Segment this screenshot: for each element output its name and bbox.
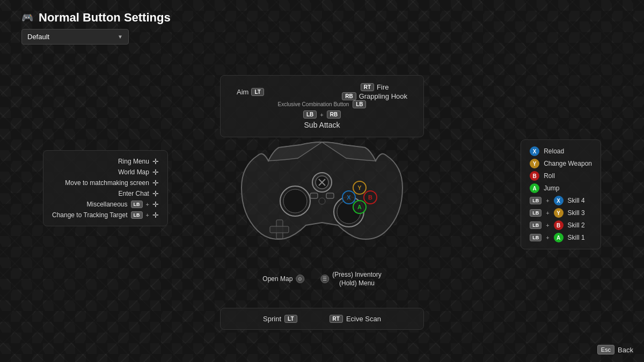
matchmaking-item: Move to matchmaking screen ✛ bbox=[52, 179, 159, 187]
lb-badge: LB bbox=[131, 201, 143, 208]
b-button-icon: B bbox=[530, 171, 539, 181]
miscellaneous-item: Miscellaneous LB + ✛ bbox=[52, 200, 159, 209]
ecive-btn-badge: RT bbox=[330, 315, 343, 323]
jump-item: A Jump bbox=[530, 183, 592, 193]
lb-badge: LB bbox=[530, 221, 541, 229]
x-button-icon: X bbox=[530, 146, 539, 156]
lb-badge: LB bbox=[131, 211, 143, 219]
aim-binding: Aim LT bbox=[237, 88, 264, 96]
sub-attack-lb-badge: LB bbox=[303, 110, 317, 119]
skill2-item: LB + B Skill 2 bbox=[530, 220, 592, 230]
world-map-item: World Map ✛ bbox=[52, 168, 159, 176]
preset-dropdown[interactable]: Default ▼ bbox=[21, 29, 129, 45]
tracking-target-item: Change to Tracking Target LB + ✛ bbox=[52, 211, 159, 219]
right-controls-panel: X Reload Y Change Weapon B Roll A Jump L… bbox=[521, 139, 601, 249]
reload-item: X Reload bbox=[530, 146, 592, 156]
b-button-icon: B bbox=[554, 220, 564, 230]
header: 🎮 Normal Button Settings Default ▼ bbox=[21, 11, 171, 45]
y-button-icon: Y bbox=[554, 208, 564, 218]
a-button-icon: A bbox=[554, 233, 564, 242]
dpad-icon: ✛ bbox=[152, 189, 159, 198]
x-button-icon: X bbox=[554, 196, 564, 205]
dpad-icon: ✛ bbox=[152, 200, 159, 209]
settings-icon: 🎮 bbox=[21, 12, 33, 24]
lb-badge: LB bbox=[530, 197, 541, 204]
roll-item: B Roll bbox=[530, 171, 592, 181]
dpad-icon: ✛ bbox=[152, 168, 159, 176]
svg-text:A: A bbox=[357, 204, 362, 210]
lb-badge: LB bbox=[530, 209, 541, 217]
ecive-scan-item: RT Ecive Scan bbox=[330, 315, 381, 323]
skill1-item: LB + A Skill 1 bbox=[530, 233, 592, 242]
center-bottom-controls: Open Map ⊙ ☰ (Press) Inventory (Hold) Me… bbox=[262, 271, 381, 287]
svg-point-20 bbox=[319, 198, 325, 204]
exclusive-combo-label: Exclusive Combination Button LB bbox=[237, 100, 407, 108]
page-title: 🎮 Normal Button Settings bbox=[21, 11, 171, 25]
aim-btn-badge: LT bbox=[251, 88, 264, 96]
lb-badge: LB bbox=[530, 234, 541, 241]
svg-rect-18 bbox=[310, 193, 318, 198]
esc-badge: Esc bbox=[597, 345, 614, 354]
svg-point-1 bbox=[283, 189, 307, 213]
controller-diagram: Y X B A bbox=[236, 118, 408, 257]
sub-attack-rb-badge: RB bbox=[327, 110, 341, 119]
dpad-icon: ✛ bbox=[152, 211, 159, 219]
change-weapon-item: Y Change Weapon bbox=[530, 159, 592, 168]
svg-text:B: B bbox=[368, 194, 372, 201]
bottom-controls-panel: Sprint LT RT Ecive Scan bbox=[220, 308, 424, 330]
sprint-btn-badge: LT bbox=[284, 315, 297, 323]
svg-text:Y: Y bbox=[357, 184, 362, 191]
open-map-item: Open Map ⊙ bbox=[262, 275, 304, 283]
left-controls-panel: Ring Menu ✛ World Map ✛ Move to matchmak… bbox=[43, 150, 168, 226]
exclusive-btn-badge: LB bbox=[353, 100, 366, 108]
svg-rect-5 bbox=[270, 226, 289, 233]
skill4-item: LB + X Skill 4 bbox=[530, 196, 592, 205]
ring-menu-item: Ring Menu ✛ bbox=[52, 157, 159, 166]
svg-rect-19 bbox=[326, 193, 334, 198]
view-button-icon: ⊙ bbox=[296, 275, 304, 283]
fire-btn-badge: RT bbox=[361, 83, 374, 91]
dpad-icon: ✛ bbox=[152, 179, 159, 187]
y-button-icon: Y bbox=[530, 159, 539, 168]
inventory-item: ☰ (Press) Inventory (Hold) Menu bbox=[320, 271, 381, 287]
grappling-btn-badge: RB bbox=[342, 92, 356, 100]
enter-chat-item: Enter Chat ✛ bbox=[52, 189, 159, 198]
dpad-icon: ✛ bbox=[152, 157, 159, 166]
menu-button-icon: ☰ bbox=[320, 275, 329, 283]
fire-binding: RT Fire RB Grappling Hook bbox=[342, 83, 407, 100]
svg-text:X: X bbox=[347, 194, 351, 201]
page: 🎮 Normal Button Settings Default ▼ Aim L… bbox=[0, 0, 644, 362]
chevron-down-icon: ▼ bbox=[118, 34, 123, 40]
esc-back-button[interactable]: Esc Back bbox=[597, 345, 633, 354]
skill3-item: LB + Y Skill 3 bbox=[530, 208, 592, 218]
a-button-icon: A bbox=[530, 183, 539, 193]
sprint-item: Sprint LT bbox=[263, 315, 297, 323]
